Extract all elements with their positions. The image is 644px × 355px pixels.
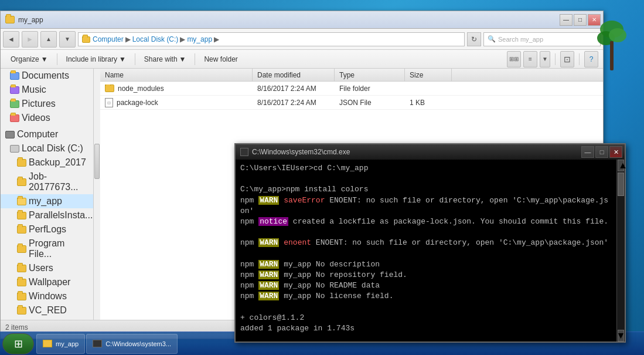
start-button[interactable]: ⊞	[2, 333, 34, 354]
address-bar: ◄ ► ▲ ▼ Computer ▶ Local Disk (C:) ▶ my_…	[1, 29, 603, 50]
file-type-2: JSON File	[335, 99, 405, 107]
toolbar-sep1	[57, 53, 57, 65]
folder-icon-parallels	[17, 212, 26, 219]
sidebar-label-vcred: VC_RED	[29, 305, 67, 316]
table-row[interactable]: node_modules 8/16/2017 2:24 AM File fold…	[100, 82, 603, 96]
sidebar-label-music: Music	[22, 84, 46, 95]
sidebar-item-pictures[interactable]: Pictures	[1, 97, 93, 111]
taskbar-items: my_app C:\Windows\system3...	[36, 334, 178, 354]
sidebar-label-myapp: my_app	[29, 196, 62, 207]
cmd-icon	[240, 148, 248, 156]
sidebar-item-users[interactable]: Users	[1, 261, 93, 275]
sidebar-item-videos[interactable]: Videos	[1, 111, 93, 125]
cmd-close-button[interactable]: ✕	[609, 146, 622, 158]
share-with-label: Share with	[144, 55, 178, 63]
address-path[interactable]: Computer ▶ Local Disk (C:) ▶ my_app ▶	[78, 32, 465, 46]
share-with-button[interactable]: Share with ▼	[139, 52, 192, 66]
maximize-button[interactable]: □	[574, 14, 587, 26]
item-count: 2 items	[5, 323, 28, 332]
view-button-grid[interactable]: ⊞⊞	[507, 51, 521, 67]
up-button[interactable]: ▲	[40, 31, 57, 48]
file-icon-json-2: { }	[105, 98, 113, 107]
refresh-button[interactable]: ↻	[467, 32, 481, 46]
forward-button[interactable]: ►	[22, 31, 38, 48]
cmd-title-left: C:\Windows\system32\cmd.exe	[240, 148, 350, 156]
sidebar-item-windows[interactable]: Windows	[1, 289, 93, 303]
sidebar-item-job[interactable]: Job-20177673...	[1, 170, 93, 194]
cmd-line-9	[240, 249, 613, 259]
sidebar-label-parallels: ParallelsInsta...	[29, 210, 93, 221]
path-localdisk[interactable]: Local Disk (C:)	[132, 35, 179, 43]
warn-badge-4: WARN	[258, 271, 279, 279]
file-type-1: File folder	[335, 84, 405, 93]
taskbar-item-explorer[interactable]: my_app	[36, 334, 85, 354]
sidebar-item-vcred[interactable]: VC_RED	[1, 303, 93, 317]
file-date-1: 8/16/2017 2:24 AM	[253, 84, 335, 93]
folder-icon-wallpaper	[17, 279, 26, 286]
warn-badge-2: WARN	[258, 238, 279, 247]
organize-button[interactable]: Organize ▼	[5, 52, 53, 66]
search-box[interactable]: 🔍 Search my_app	[483, 32, 601, 46]
folder-icon-windows	[17, 293, 26, 300]
taskbar-item-cmd[interactable]: C:\Windows\system3...	[86, 334, 178, 354]
col-header-name[interactable]: Name	[100, 69, 253, 81]
sidebar-item-computer[interactable]: Computer	[1, 127, 93, 141]
file-date-2: 8/16/2017 2:24 AM	[253, 99, 335, 107]
explorer-window-icon	[5, 16, 15, 23]
documents-icon	[10, 72, 19, 80]
include-library-button[interactable]: Include in library ▼	[61, 52, 131, 66]
svg-point-2	[609, 28, 626, 42]
back-button[interactable]: ◄	[3, 31, 19, 48]
cmd-line-13: npm WARN my_app No license field.	[240, 291, 613, 302]
sidebar-item-localdisk[interactable]: Local Disk (C:)	[1, 141, 93, 155]
preview-button[interactable]: ⊡	[560, 51, 574, 67]
help-button[interactable]: ?	[584, 51, 598, 67]
sidebar-item-music[interactable]: Music	[1, 83, 93, 97]
sidebar-item-parallels[interactable]: ParallelsInsta...	[1, 208, 93, 222]
cmd-maximize-button[interactable]: □	[595, 146, 608, 158]
cmd-minimize-button[interactable]: —	[581, 146, 594, 158]
col-header-size[interactable]: Size	[405, 69, 452, 81]
minimize-button[interactable]: —	[560, 14, 573, 26]
sidebar-scrollbar[interactable]	[93, 69, 100, 320]
sidebar-scroll-thumb[interactable]	[94, 144, 100, 179]
path-myapp[interactable]: my_app	[187, 35, 212, 43]
warn-badge-1: WARN	[258, 196, 279, 205]
sep1: ▶	[125, 35, 131, 43]
taskbar-cmd-icon	[93, 340, 102, 347]
sidebar-label-users: Users	[29, 263, 53, 273]
cmd-line-1: C:\Users\IEUser>cd C:\my_app	[240, 163, 613, 174]
folder-icon-programfiles	[17, 245, 26, 253]
sidebar-label-documents: Documents	[22, 70, 69, 81]
view-toggle[interactable]: ▼	[540, 51, 550, 67]
recent-button[interactable]: ▼	[59, 31, 76, 48]
file-icon-folder-1	[105, 84, 114, 92]
sidebar-label-windows: Windows	[29, 291, 67, 302]
explorer-title-text: my_app	[18, 16, 43, 24]
cmd-line-11: npm WARN my_app No repository field.	[240, 270, 613, 280]
sidebar-item-programfiles[interactable]: Program File...	[1, 236, 93, 261]
sidebar-label-job: Job-20177673...	[29, 171, 88, 192]
view-button-list[interactable]: ≡	[523, 51, 537, 67]
sidebar-item-backup[interactable]: Backup_2017	[1, 155, 93, 170]
organize-label: Organize	[11, 55, 39, 63]
sidebar-item-documents[interactable]: Documents	[1, 69, 93, 83]
taskbar-explorer-label: my_app	[56, 340, 79, 347]
sidebar-item-myapp[interactable]: my_app	[1, 194, 93, 208]
sidebar-item-wallpaper[interactable]: Wallpaper	[1, 275, 93, 289]
col-header-type[interactable]: Type	[335, 69, 405, 81]
path-computer[interactable]: Computer	[93, 35, 124, 43]
table-row[interactable]: { } package-lock 8/16/2017 2:24 AM JSON …	[100, 96, 603, 110]
file-name-1: node_modules	[118, 84, 164, 93]
videos-icon	[10, 114, 19, 122]
cmd-line-12: npm WARN my_app No README data	[240, 280, 613, 291]
warn-badge-5: WARN	[258, 281, 279, 290]
file-name-cell-2: { } package-lock	[100, 98, 253, 107]
col-header-date[interactable]: Date modified	[253, 69, 335, 81]
sidebar-item-perflogs[interactable]: PerfLogs	[1, 222, 93, 236]
toolbar: Organize ▼ Include in library ▼ Share wi…	[1, 50, 603, 69]
save-error-label: saveError	[284, 196, 325, 205]
toolbar-sep3	[195, 53, 195, 65]
new-folder-button[interactable]: New folder	[199, 52, 243, 66]
warn-badge-3: WARN	[258, 260, 279, 269]
